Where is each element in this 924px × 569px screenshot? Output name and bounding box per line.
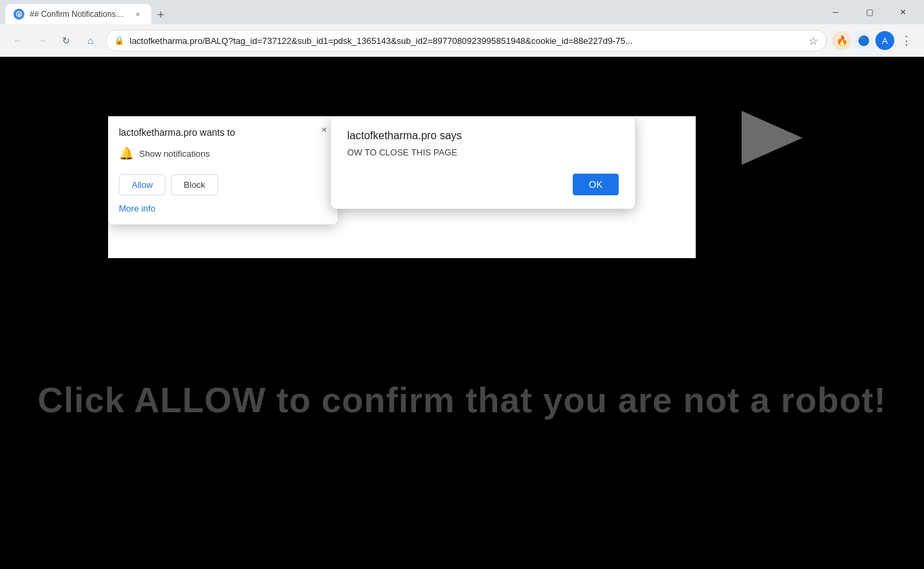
page-main-text: Click ALLOW to confirm that you are not … bbox=[0, 380, 924, 420]
permission-row: 🔔 Show notifications bbox=[119, 146, 327, 161]
back-button[interactable]: ← bbox=[8, 31, 27, 50]
allow-button[interactable]: Allow bbox=[119, 174, 165, 195]
more-info-link[interactable]: More info bbox=[119, 203, 327, 214]
tab-strip: ⦿ ## Confirm Notifications ## × + bbox=[5, 0, 815, 24]
maximize-button[interactable]: ▢ bbox=[854, 0, 885, 24]
site-alert-dialog: lactofketharma.pro says OW TO CLOSE THIS… bbox=[331, 116, 635, 209]
page-content: Click ALLOW to confirm that you are not … bbox=[0, 57, 924, 569]
block-button[interactable]: Block bbox=[171, 174, 218, 195]
forward-button[interactable]: → bbox=[32, 31, 51, 50]
profile-avatar[interactable]: A bbox=[875, 31, 894, 50]
title-bar: ⦿ ## Confirm Notifications ## × + ─ ▢ ✕ bbox=[0, 0, 924, 24]
minimize-button[interactable]: ─ bbox=[820, 0, 851, 24]
popup-actions: Allow Block bbox=[119, 174, 327, 195]
tab-favicon-icon: ⦿ bbox=[16, 11, 22, 18]
tab-title: ## Confirm Notifications ## bbox=[30, 9, 124, 19]
active-tab[interactable]: ⦿ ## Confirm Notifications ## × bbox=[5, 4, 151, 24]
popup-title: lactofketharma.pro wants to bbox=[119, 127, 327, 138]
torch-icon: 🔥 bbox=[836, 35, 848, 46]
browser-extension-2-icon[interactable]: 🔵 bbox=[854, 31, 873, 50]
toolbar-icons: 🔥 🔵 A ⋮ bbox=[832, 31, 916, 50]
bookmark-star-icon[interactable]: ☆ bbox=[808, 34, 818, 47]
close-tab-button[interactable]: × bbox=[132, 9, 143, 20]
alert-body-text: OW TO CLOSE THIS PAGE bbox=[347, 147, 457, 157]
url-bar[interactable]: 🔒 lactofketharma.pro/BALQ?tag_id=737122&… bbox=[105, 30, 827, 51]
browser-menu-button[interactable]: ⋮ bbox=[897, 31, 916, 50]
reload-button[interactable]: ↻ bbox=[57, 31, 76, 50]
url-text: lactofketharma.pro/BALQ?tag_id=737122&su… bbox=[130, 36, 803, 46]
permission-label: Show notifications bbox=[139, 149, 210, 159]
alert-title: lactofketharma.pro says bbox=[347, 130, 619, 142]
new-tab-button[interactable]: + bbox=[151, 5, 170, 24]
tab-favicon: ⦿ bbox=[14, 9, 24, 20]
popup-close-button[interactable]: × bbox=[316, 122, 332, 138]
ok-button[interactable]: OK bbox=[573, 174, 619, 195]
lock-icon: 🔒 bbox=[114, 36, 124, 45]
browser-extension-icon[interactable]: 🔥 bbox=[832, 31, 851, 50]
arrow-graphic bbox=[742, 111, 802, 165]
address-bar: ← → ↻ ⌂ 🔒 lactofketharma.pro/BALQ?tag_id… bbox=[0, 24, 924, 57]
bell-icon: 🔔 bbox=[119, 146, 134, 161]
window-controls: ─ ▢ ✕ bbox=[820, 0, 919, 24]
notification-permission-popup: × lactofketharma.pro wants to 🔔 Show not… bbox=[108, 116, 338, 224]
shield-icon: 🔵 bbox=[858, 35, 869, 46]
home-button[interactable]: ⌂ bbox=[81, 31, 100, 50]
alert-footer: OK bbox=[347, 174, 619, 195]
alert-body: OW TO CLOSE THIS PAGE bbox=[347, 147, 619, 157]
close-window-button[interactable]: ✕ bbox=[888, 0, 919, 24]
